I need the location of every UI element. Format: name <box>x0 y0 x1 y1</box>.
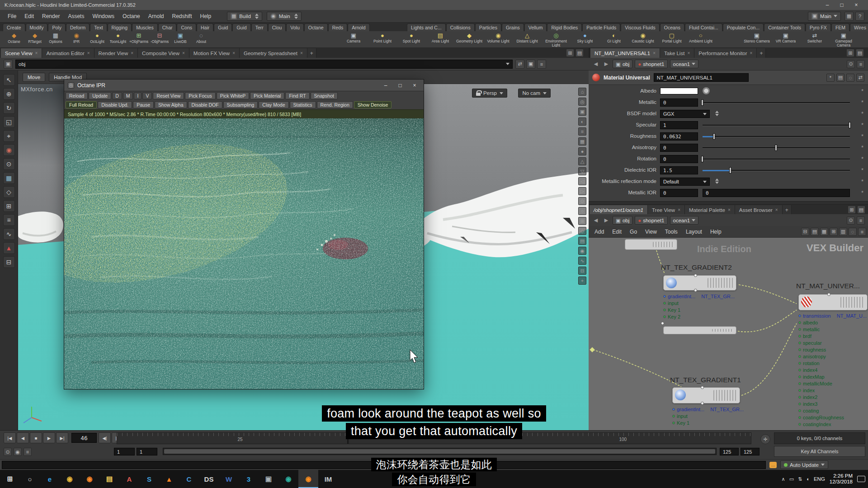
menu-item[interactable]: Windows <box>88 12 118 21</box>
param-menu-icon[interactable]: * <box>861 144 863 151</box>
node-settings-icon[interactable]: * <box>826 74 835 82</box>
camera-lock-icon[interactable]: ▣ <box>526 60 535 69</box>
node-param[interactable]: index3 <box>798 400 867 407</box>
start-button[interactable]: ⊞ <box>0 470 20 488</box>
pane-tab[interactable]: Performance Monitor × <box>694 48 757 58</box>
node-nt-tex-gradient2[interactable] <box>663 275 736 291</box>
close-button[interactable]: × <box>407 81 422 89</box>
normals-icon[interactable]: △ <box>578 157 586 165</box>
projection-selector[interactable]: Persp <box>472 89 507 98</box>
find-node-icon[interactable]: ◌ <box>849 228 857 236</box>
range-start-field[interactable]: 1 <box>114 448 135 455</box>
octane-toolbar-button[interactable]: Pick WhiteP <box>217 92 250 99</box>
close-tab-icon[interactable]: × <box>775 207 778 212</box>
layout-nodes-icon[interactable]: ⊞ <box>830 228 838 236</box>
anisotropy-value-field[interactable]: 0 <box>660 144 698 152</box>
pane-tab[interactable]: Animation Editor × <box>42 48 94 58</box>
close-tab-icon[interactable]: × <box>232 51 235 56</box>
taskbar-app-chrome[interactable]: ◉ <box>60 470 80 488</box>
frame-range-bar[interactable] <box>163 448 717 455</box>
shelf-tab[interactable]: Create <box>3 23 25 31</box>
shelf-tool[interactable]: ▢ Portal Light <box>657 32 686 47</box>
shading-icon[interactable]: ◐ <box>578 117 586 126</box>
taskbar-search-icon[interactable]: ○ <box>20 470 40 488</box>
shelf-tab[interactable]: Lights and C... <box>407 23 446 31</box>
pane-tab[interactable]: Tree View × <box>648 205 685 215</box>
dof-icon[interactable]: ⊟ <box>578 267 586 275</box>
close-tab-icon[interactable]: × <box>87 51 90 56</box>
network-editor-canvas[interactable]: Indie Edition VEX Builder NT_TEX_GRADIEN… <box>589 238 868 430</box>
close-tab-icon[interactable]: × <box>35 51 38 56</box>
view-home-icon[interactable]: ⌂ <box>578 88 586 96</box>
taskbar-app-3ds[interactable]: 3 <box>239 470 259 488</box>
node-param[interactable]: gradientInt... NT_TEX_GR... <box>663 293 735 300</box>
shelf-tool[interactable]: ▣ Camera <box>339 32 368 47</box>
node-param[interactable]: Key 1 <box>672 419 744 426</box>
shelf-tab[interactable]: Collisions <box>446 23 475 31</box>
node-param[interactable]: indexMap <box>798 373 867 380</box>
clock[interactable]: 2:26 PM 12/3/2018 <box>830 473 853 485</box>
desktop-grid-icon[interactable]: ▦ <box>844 12 854 21</box>
octane-toolbar-button[interactable]: M <box>123 92 133 99</box>
shelf-tab[interactable]: Muscles <box>132 23 158 31</box>
octane-toolbar-button[interactable]: Update <box>89 92 111 99</box>
back-icon[interactable]: ◀ <box>592 216 600 225</box>
anisotropy-slider[interactable] <box>703 144 850 152</box>
node-param[interactable]: rotation <box>798 360 867 366</box>
param-menu-icon[interactable]: * <box>861 155 863 162</box>
network-menu-item[interactable]: Help <box>706 229 726 235</box>
shelf-tool[interactable]: ⊞ +ObjParms <box>128 32 149 44</box>
sculpt-tool-icon[interactable]: ◇ <box>3 186 15 198</box>
shelf-tool[interactable]: ◎ Environment Light <box>542 32 571 47</box>
taskbar-app-im[interactable]: IM <box>318 470 338 488</box>
octane-toolbar-button[interactable]: Disable DOF <box>188 101 222 108</box>
menu-item[interactable]: Help <box>196 12 216 21</box>
specular-value-field[interactable]: 1 <box>660 121 698 129</box>
magnet-tool-icon[interactable]: ▲ <box>3 242 15 254</box>
node-param[interactable]: coating <box>798 407 867 414</box>
shelf-tab[interactable]: Octane <box>304 23 328 31</box>
roughness-value-field[interactable]: 0.0632 <box>660 132 698 141</box>
link-icon[interactable]: ⇄ <box>515 60 524 69</box>
range-substart-field[interactable]: 1 <box>137 448 157 455</box>
pane-tab[interactable]: NT_MAT_UNIVERSAL1 × <box>590 48 660 58</box>
shelf-tab[interactable]: Volu <box>286 23 303 31</box>
octane-toolbar-button[interactable]: Pick Focus <box>185 92 215 99</box>
tray-battery-icon[interactable]: ▭ <box>789 476 794 482</box>
shelf-tool[interactable]: ▣ LiveDB <box>170 32 191 44</box>
node-footer[interactable] <box>663 326 736 334</box>
shelf-tab[interactable]: Populate Con... <box>723 23 764 31</box>
octane-ipr-window[interactable]: ◎ Octane IPR – □ × ReloadUpdateDMIVReset… <box>64 79 424 389</box>
shelf-tab[interactable]: Reds <box>328 23 348 31</box>
shelf-tab[interactable]: Arnold <box>348 23 369 31</box>
shelf-tab[interactable]: Particles <box>475 23 501 31</box>
param-menu-icon[interactable]: * <box>861 167 863 174</box>
node-param[interactable]: specular <box>798 339 867 346</box>
scene-selector[interactable]: ◉ Main <box>267 12 302 21</box>
camera-selector[interactable]: No cam <box>518 89 551 98</box>
pane-tab[interactable]: Render View × <box>94 48 138 58</box>
rotation-value-field[interactable]: 0 <box>660 155 698 163</box>
minimize-button[interactable]: – <box>820 1 835 9</box>
metallic-ior-value-field[interactable]: 0 <box>660 189 698 197</box>
scale-tool-icon[interactable]: ◱ <box>3 116 15 128</box>
param-menu-icon[interactable]: * <box>861 133 863 140</box>
shelf-tool[interactable]: ◆ RTarget <box>24 32 45 44</box>
albedo-color-swatch[interactable] <box>660 88 698 94</box>
shelf-tool[interactable]: ▣ Stereo Camera <box>742 32 771 47</box>
node-output-connector[interactable] <box>661 322 664 325</box>
cut-wires-icon[interactable]: ⊟ <box>801 228 809 236</box>
curve-tool-icon[interactable]: ∿ <box>3 228 15 240</box>
motion-blur-icon[interactable]: ∿ <box>578 257 586 265</box>
metallic-ior-value-field2[interactable]: 0 <box>703 189 850 197</box>
network-menu-item[interactable]: Layout <box>682 229 706 235</box>
tray-network-icon[interactable]: ⇅ <box>798 476 802 482</box>
octane-toolbar-button[interactable]: V <box>142 92 152 99</box>
node-nt-mat-universal[interactable] <box>798 294 868 310</box>
pane-splitter[interactable] <box>589 201 868 205</box>
node-param[interactable]: index <box>798 387 867 394</box>
taskbar-app-edge[interactable]: e <box>40 470 60 488</box>
translate-tool-icon[interactable]: ⊕ <box>3 88 15 100</box>
taskbar-app-houdini[interactable]: ◉ <box>298 470 318 488</box>
octane-toolbar-button[interactable]: Rend. Region <box>317 101 353 108</box>
